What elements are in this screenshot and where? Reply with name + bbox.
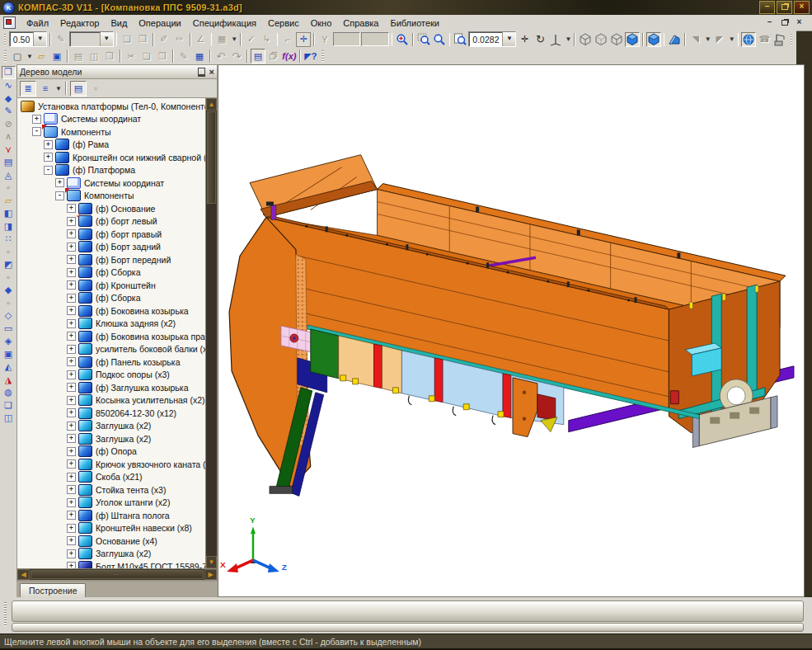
- pin-icon[interactable]: [198, 68, 205, 77]
- expander-icon[interactable]: -: [55, 191, 64, 200]
- compact-panel-button[interactable]: ◧: [2, 207, 16, 220]
- tree-item-label[interactable]: (ф) Боковина козырька правая: [96, 332, 205, 341]
- quick-line2-button[interactable]: ◤: [712, 32, 727, 47]
- tree-item[interactable]: +Заглушка (x2): [19, 548, 205, 561]
- tree-item-label[interactable]: (ф) Платформа: [73, 165, 135, 175]
- tree-item-label[interactable]: Компоненты: [61, 127, 111, 137]
- compact-panel-button[interactable]: ◆: [2, 92, 16, 106]
- tree-item-label[interactable]: (ф) Кронштейн: [96, 280, 156, 290]
- tree-panel-header[interactable]: Дерево модели ×: [16, 64, 218, 78]
- restore-button[interactable]: [777, 1, 792, 14]
- scroll-down-icon[interactable]: ▼: [206, 556, 217, 568]
- compact-panel-button[interactable]: ▤: [2, 156, 16, 169]
- tree-item-label[interactable]: Системы координат: [84, 178, 164, 188]
- tree-item[interactable]: +(ф) Рама: [19, 139, 205, 152]
- expander-icon[interactable]: +: [67, 370, 76, 379]
- tree-item-label[interactable]: Косынка усилительная (x2): [96, 395, 204, 405]
- tree-item[interactable]: +(ф) борт правый: [19, 228, 205, 241]
- tree-item-label[interactable]: Крючок увязочного каната (x6): [96, 459, 205, 469]
- angle-snap-button[interactable]: ∠: [194, 32, 209, 47]
- menu-operations[interactable]: Операции: [133, 16, 186, 30]
- tree-item-label[interactable]: (ф) Борт передний: [96, 255, 171, 265]
- tree-item[interactable]: +(ф) Борт передний: [19, 253, 205, 266]
- shaded-edges-button[interactable]: [646, 32, 661, 47]
- tree-item-label[interactable]: (ф) Заглушка козырька: [96, 383, 188, 393]
- compact-panel-button[interactable]: ▫: [2, 271, 16, 285]
- expander-icon[interactable]: +: [67, 255, 76, 264]
- toolbar-grip[interactable]: [4, 34, 6, 45]
- expander-icon[interactable]: +: [67, 562, 76, 568]
- rotate-button[interactable]: ↻: [533, 32, 547, 47]
- send-button[interactable]: ❒: [102, 49, 117, 64]
- expander-icon[interactable]: +: [67, 357, 76, 366]
- expander-icon[interactable]: +: [67, 319, 76, 328]
- hidden-lines-thin-button[interactable]: [609, 32, 624, 47]
- scroll-left-icon[interactable]: ◀: [17, 569, 30, 580]
- chevron-down-icon[interactable]: ▼: [705, 35, 711, 43]
- new-document-button[interactable]: ▢: [10, 49, 25, 64]
- expander-icon[interactable]: +: [67, 408, 76, 417]
- tree-item[interactable]: +(ф) Основание: [19, 202, 205, 215]
- tree-item[interactable]: +(ф) борт левый: [19, 215, 205, 228]
- tree-item-label[interactable]: 8502064-12-30 (x12): [96, 408, 176, 418]
- scroll-up-icon[interactable]: ▲: [206, 98, 217, 111]
- compact-panel-button[interactable]: ◫: [2, 412, 16, 425]
- expander-icon[interactable]: +: [44, 153, 53, 162]
- chevron-down-icon[interactable]: ▼: [100, 32, 113, 46]
- save-button[interactable]: ▣: [49, 49, 64, 64]
- tree-item[interactable]: +Заглушка (x2): [19, 432, 205, 445]
- tree-item-label[interactable]: Стойка тента (x3): [96, 485, 166, 495]
- section-view-button[interactable]: [667, 32, 682, 47]
- variables-button[interactable]: ▤: [251, 49, 265, 64]
- expander-icon[interactable]: +: [67, 498, 76, 507]
- tree-item[interactable]: +(ф) Панель козырька: [19, 356, 205, 369]
- print-preview-button[interactable]: ◫: [87, 49, 101, 64]
- tree-item[interactable]: +Уголок штанги (x2): [19, 497, 205, 510]
- globe-button[interactable]: [741, 32, 756, 47]
- mdi-minimize-button[interactable]: –: [763, 17, 776, 28]
- compact-panel-button[interactable]: ◆: [2, 284, 16, 297]
- compact-panel-button[interactable]: ◍: [2, 386, 16, 399]
- relations-panel-button[interactable]: ▤: [70, 81, 87, 97]
- tree-item[interactable]: +(ф) Сборка: [19, 266, 205, 280]
- tree-item-label[interactable]: Уголок штанги (x2): [96, 497, 170, 507]
- zoom-frame-button[interactable]: [416, 32, 431, 47]
- construction-library-button[interactable]: [772, 32, 787, 47]
- snap-axis-button[interactable]: ↳: [260, 32, 275, 47]
- expander-icon[interactable]: +: [67, 447, 76, 456]
- cut-button[interactable]: ✂: [124, 49, 138, 64]
- expander-icon[interactable]: +: [67, 422, 76, 431]
- tree-item-label[interactable]: Основание (x4): [96, 536, 157, 546]
- compact-panel-button[interactable]: ◮: [2, 374, 16, 387]
- tab-build[interactable]: Построение: [20, 583, 86, 597]
- coord-y-field[interactable]: [361, 32, 388, 46]
- compact-panel-button[interactable]: ∧: [2, 130, 16, 144]
- tree-item[interactable]: +(ф) Штанга полога: [19, 509, 205, 522]
- zoom-fit-button[interactable]: [453, 32, 467, 47]
- tree-item[interactable]: +Клюшка задняя (x2): [19, 318, 205, 331]
- expander-icon[interactable]: +: [55, 178, 64, 187]
- compact-panel-button[interactable]: ∿: [2, 79, 16, 92]
- tree-item-label[interactable]: Системы координат: [61, 114, 141, 124]
- menu-libraries[interactable]: Библиотеки: [384, 16, 445, 30]
- scrollbar-thumb[interactable]: [207, 111, 216, 204]
- menu-specification[interactable]: Спецификация: [187, 16, 262, 30]
- tree-item-label[interactable]: усилитель боковой балки (x2): [96, 344, 205, 354]
- shaded-button[interactable]: [625, 32, 640, 47]
- tree-item-label[interactable]: (ф) Рама: [73, 139, 109, 149]
- menu-window[interactable]: Окно: [305, 16, 338, 30]
- tree-item-label[interactable]: Установка платформы (Тел-0, Компонентов-…: [38, 101, 205, 111]
- compact-panel-button[interactable]: ◈: [2, 335, 16, 348]
- close-icon[interactable]: ×: [209, 68, 214, 76]
- tree-composition-button[interactable]: ≡: [38, 82, 53, 96]
- compact-panel-button[interactable]: ✎: [2, 105, 16, 118]
- expander-icon[interactable]: +: [67, 511, 76, 520]
- current-step-combo[interactable]: 0.50 ▼: [9, 31, 47, 47]
- expander-icon[interactable]: +: [67, 243, 76, 252]
- tree-vertical-scrollbar[interactable]: ▲ ▼: [205, 98, 217, 568]
- tree-item-label[interactable]: (ф) Основание: [96, 204, 155, 214]
- grid-button[interactable]: ▦: [214, 32, 229, 47]
- print-button[interactable]: ▤: [71, 49, 86, 64]
- compact-panel-button[interactable]: ▣: [2, 348, 16, 361]
- snap-check-button[interactable]: ✓: [244, 32, 259, 47]
